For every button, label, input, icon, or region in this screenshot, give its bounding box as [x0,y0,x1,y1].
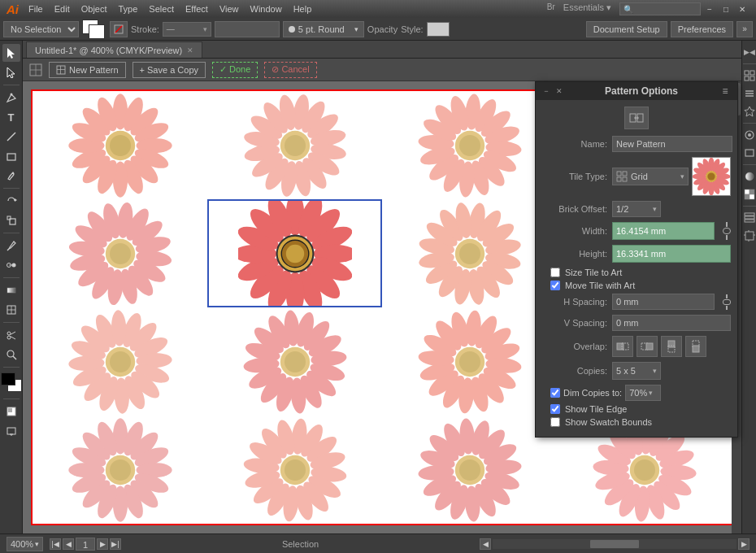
brick-offset-selector[interactable]: 1/2 ▾ [612,201,661,217]
bg-swatch[interactable] [89,24,105,39]
tile-type-selector[interactable]: Grid ▾ [612,168,689,185]
panel-minimize-btn[interactable]: − [541,85,552,97]
menu-edit[interactable]: Edit [50,2,75,15]
stroke-value: — [167,24,175,33]
last-page-btn[interactable]: ▶| [110,538,121,550]
tool-zoom[interactable] [2,346,20,364]
overlap-btn-1[interactable] [612,336,633,357]
horizontal-scrollbar[interactable] [493,539,736,549]
toolbar-divider-4 [3,277,20,278]
move-tile-checkbox[interactable] [550,281,560,290]
dim-value-selector[interactable]: 70% ▾ [625,385,661,401]
tool-rect[interactable] [2,147,20,165]
right-tool-grid[interactable] [742,67,757,84]
done-button[interactable]: ✓ Done [212,62,258,78]
tool-gradient[interactable] [2,281,20,299]
stroke-icon-svg [113,24,124,35]
h-spacing-input[interactable]: 0 mm [612,294,715,310]
right-tool-circle[interactable] [742,127,757,143]
pattern-name-input[interactable] [612,136,732,152]
tool-pen[interactable] [2,89,20,107]
height-input[interactable]: 16.3341 mm [612,245,731,263]
bridge-icon[interactable]: Br [547,2,555,15]
v-spacing-input[interactable]: 0 mm [612,315,731,331]
zoom-display[interactable]: 400% ▾ [7,537,43,551]
spacing-link-icon[interactable] [723,294,731,310]
tile-resize-icon[interactable] [624,107,649,129]
tab-close-button[interactable]: ✕ [187,46,193,54]
new-pattern-button[interactable]: New Pattern [49,62,126,78]
show-swatch-bounds-checkbox[interactable] [550,417,560,427]
menu-window[interactable]: Window [245,2,287,15]
menu-help[interactable]: Help [289,2,317,15]
cancel-button[interactable]: ⊘ Cancel [264,62,316,78]
tool-view-toggle[interactable] [2,403,20,420]
tool-scale[interactable] [2,211,20,229]
right-tool-color[interactable]: ▶◀ [742,44,757,60]
stroke-style-input[interactable] [215,21,280,37]
width-input[interactable]: 16.4154 mm [612,222,715,240]
show-tile-edge-checkbox[interactable] [550,404,560,414]
overlap-btn-3[interactable] [661,336,682,357]
tool-type[interactable]: T [2,108,20,126]
tool-brush[interactable] [2,167,20,185]
stroke-width-input[interactable]: — ▾ [163,22,211,37]
copies-selector[interactable]: 5 x 5 ▾ [612,362,661,380]
save-copy-button[interactable]: + Save a Copy [133,62,206,78]
tool-eyedropper[interactable] [2,237,20,255]
tool-blend[interactable] [2,256,20,274]
menu-select[interactable]: Select [144,2,179,15]
right-tool-transparency[interactable] [742,186,757,202]
prev-page-btn[interactable]: ◀ [63,538,74,550]
right-tool-rect[interactable] [742,145,757,161]
right-tool-lines[interactable] [742,85,757,102]
fg-color-box[interactable] [1,372,15,385]
tool-mesh[interactable] [2,301,20,319]
maximize-button[interactable]: □ [719,2,733,15]
minimize-button[interactable]: − [702,2,717,15]
selection-dropdown[interactable]: No Selection [3,21,79,37]
options-arrow[interactable]: » [736,21,753,37]
gradient-tool-icon [6,285,17,296]
stroke-arrow[interactable]: ▾ [203,25,207,33]
menu-view[interactable]: View [215,2,244,15]
right-tool-symbol[interactable] [742,103,757,120]
workspace-selector[interactable]: Essentials ▾ [563,2,611,15]
tool-scissors[interactable] [2,326,20,344]
svg-rect-327 [750,76,754,81]
search-input[interactable] [619,2,701,15]
document-setup-button[interactable]: Document Setup [586,21,667,37]
new-pattern-label: New Pattern [69,65,119,75]
menu-file[interactable]: File [24,2,48,15]
preferences-button[interactable]: Preferences [671,21,733,37]
overlap-btn-2[interactable] [637,336,658,357]
size-to-art-checkbox[interactable] [550,268,560,277]
document-tab[interactable]: Untitled-1* @ 400% (CMYK/Preview) ✕ [26,41,202,58]
link-icon[interactable] [723,222,731,240]
h-scrollbar-thumb[interactable] [590,540,639,548]
tool-line[interactable] [2,128,20,146]
tool-rotate[interactable] [2,192,20,210]
tool-direct-select[interactable] [2,63,20,81]
menu-object[interactable]: Object [76,2,112,15]
brush-selector[interactable]: 5 pt. Round ▾ [283,21,364,37]
show-swatch-bounds-row: Show Swatch Bounds [542,417,731,427]
dim-copies-checkbox[interactable] [550,388,560,398]
menu-type[interactable]: Type [114,2,143,15]
right-tool-artboard[interactable] [742,228,757,244]
panel-menu-button[interactable]: ≡ [718,84,732,98]
right-tool-gradient[interactable] [742,168,757,185]
first-page-btn[interactable]: |◀ [50,538,61,550]
right-tool-layers[interactable] [742,210,757,226]
next-page-btn[interactable]: ▶ [97,538,108,550]
panel-close-btn[interactable]: ✕ [554,85,565,97]
tool-screen-mode[interactable] [2,422,20,440]
style-swatch[interactable] [427,22,450,37]
menu-effect[interactable]: Effect [180,2,213,15]
stroke-none-icon[interactable] [110,21,128,37]
overlap-btn-4[interactable] [685,336,706,357]
close-button[interactable]: ✕ [735,2,749,15]
tool-select[interactable] [2,44,20,62]
scroll-right-btn[interactable]: ▶ [738,538,749,550]
scroll-left-btn[interactable]: ◀ [480,538,491,550]
